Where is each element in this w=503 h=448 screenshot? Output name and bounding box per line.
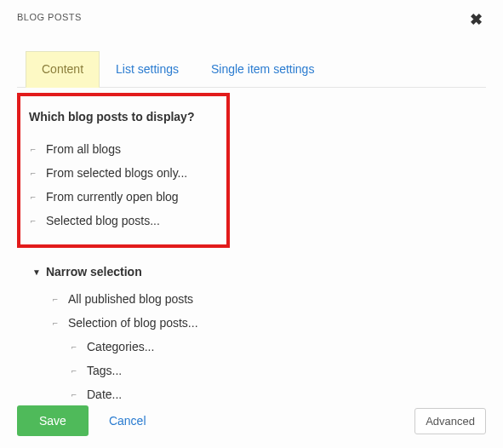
dialog-title: BLOG POSTS [17,12,82,22]
narrow-selection-section: ▼ Narrow selection ⌐ All published blog … [32,265,486,406]
narrow-heading: Narrow selection [46,265,142,279]
option-from-all-blogs[interactable]: ⌐ From all blogs [26,137,214,161]
close-icon[interactable]: ✖ [470,12,486,27]
option-label: All published blog posts [68,292,193,306]
cancel-link[interactable]: Cancel [109,414,146,428]
radio-icon: ⌐ [29,192,37,202]
checkbox-icon: ⌐ [70,366,78,376]
option-from-selected-blogs[interactable]: ⌐ From selected blogs only... [26,161,214,185]
section-heading: Which blog posts to display? [29,110,214,123]
option-label: From all blogs [46,142,121,156]
which-posts-section: Which blog posts to display? ⌐ From all … [17,93,230,248]
radio-icon: ⌐ [51,295,60,304]
narrow-criteria: ⌐ Categories... ⌐ Tags... ⌐ Date... [70,335,486,406]
tab-bar: Content List settings Single item settin… [17,51,486,88]
criteria-categories[interactable]: ⌐ Categories... [70,335,486,359]
option-selection-of-posts[interactable]: ⌐ Selection of blog posts... [51,311,486,335]
tab-single-item-settings[interactable]: Single item settings [195,51,330,87]
option-label: From currently open blog [46,190,179,204]
tab-content[interactable]: Content [26,51,100,88]
tab-list-settings[interactable]: List settings [100,51,195,87]
checkbox-icon: ⌐ [70,342,78,352]
advanced-button[interactable]: Advanced [414,408,486,434]
caret-down-icon: ▼ [32,267,41,277]
criteria-tags[interactable]: ⌐ Tags... [70,359,486,382]
criteria-date[interactable]: ⌐ Date... [70,382,486,406]
option-label: Selected blog posts... [46,214,160,227]
radio-icon: ⌐ [29,169,37,178]
criteria-label: Tags... [87,364,122,377]
dialog-header: BLOG POSTS ✖ [17,12,486,36]
checkbox-icon: ⌐ [70,390,78,399]
option-from-currently-open-blog[interactable]: ⌐ From currently open blog [26,185,214,209]
narrow-options: ⌐ All published blog posts ⌐ Selection o… [51,287,486,406]
save-button[interactable]: Save [17,405,89,436]
option-label: Selection of blog posts... [68,316,198,330]
option-all-published[interactable]: ⌐ All published blog posts [51,287,486,311]
option-selected-blog-posts[interactable]: ⌐ Selected blog posts... [26,209,214,233]
radio-icon: ⌐ [29,145,37,154]
radio-icon: ⌐ [51,319,60,328]
option-label: From selected blogs only... [46,166,187,180]
criteria-label: Categories... [87,340,154,353]
dialog-footer: Save Cancel Advanced [17,405,486,436]
radio-icon: ⌐ [29,216,37,226]
criteria-label: Date... [87,388,122,401]
narrow-selection-toggle[interactable]: ▼ Narrow selection [32,265,486,279]
